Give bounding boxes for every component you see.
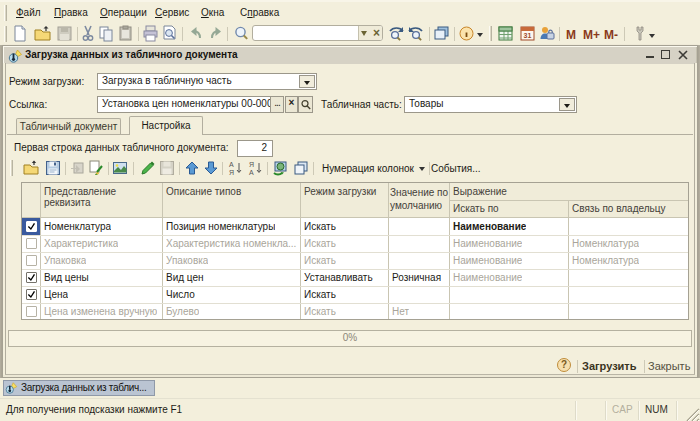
svg-text:А: А bbox=[229, 161, 234, 168]
svg-text:Я: Я bbox=[229, 169, 234, 176]
svg-text:А: А bbox=[249, 169, 254, 176]
svg-text:31: 31 bbox=[524, 32, 532, 39]
svg-text:Я: Я bbox=[249, 161, 254, 168]
